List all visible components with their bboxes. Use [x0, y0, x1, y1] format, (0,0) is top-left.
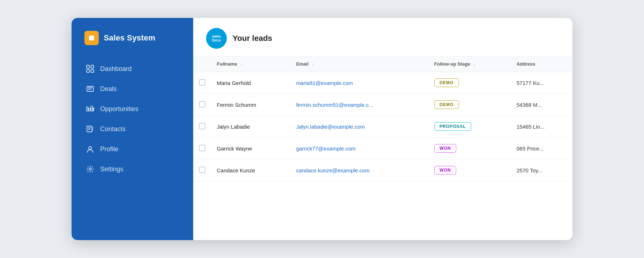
svg-rect-3 — [91, 70, 94, 72]
row-checkbox-cell[interactable] — [193, 94, 211, 116]
leads-table-container[interactable]: Fullname ↕ Email ↕ Follow-up Stage ↕ A — [193, 56, 572, 240]
table-row: Garrick Wayne garrick77@example.com WON … — [193, 138, 572, 159]
cell-address: 57177 Ku... — [511, 72, 572, 94]
cell-fullname: Jalyn Labadie — [211, 116, 291, 138]
row-checkbox-cell[interactable] — [193, 72, 211, 94]
app-title: Sales System — [104, 33, 155, 43]
cell-stage: WON — [429, 159, 511, 181]
stage-badge-3: PROPOSAL — [434, 122, 472, 131]
row-checkbox-4[interactable] — [199, 145, 205, 151]
sort-stage-icon[interactable]: ↕ — [474, 62, 476, 66]
table-row: Jalyn Labadie Jalyn.labadie@example.com … — [193, 116, 572, 138]
cell-address: 54368 M... — [511, 94, 572, 116]
col-email[interactable]: Email ↕ — [291, 56, 429, 72]
svg-rect-2 — [87, 70, 89, 72]
cell-stage: DEMO — [429, 72, 511, 94]
sidebar-item-dashboard[interactable]: Dashboard — [79, 59, 186, 78]
cell-email[interactable]: fermin.schumm51@example.c... — [291, 94, 429, 116]
main-header: salesforce Your leads — [193, 18, 572, 56]
svg-rect-9 — [87, 126, 92, 132]
deals-icon — [86, 85, 94, 93]
cell-email[interactable]: garrick77@example.com — [291, 138, 429, 159]
svg-rect-0 — [87, 65, 89, 68]
svg-rect-4 — [87, 86, 93, 91]
page-title: Your leads — [233, 34, 272, 43]
table-header: Fullname ↕ Email ↕ Follow-up Stage ↕ A — [193, 56, 572, 72]
cell-fullname: Maria Gerhold — [211, 72, 291, 94]
row-checkbox-3[interactable] — [199, 123, 205, 129]
table-row: Candace Kunze candace.kunze@example.com … — [193, 159, 572, 181]
sidebar-label-dashboard: Dashboard — [100, 65, 132, 73]
sidebar-label-settings: Settings — [100, 166, 123, 173]
sidebar-item-settings[interactable]: Settings — [79, 160, 186, 178]
sidebar-header: Sales System — [72, 18, 193, 59]
email-link-4[interactable]: garrick77@example.com — [296, 145, 356, 152]
cell-email[interactable]: Jalyn.labadie@example.com — [291, 116, 429, 138]
stage-badge-1: DEMO — [434, 78, 459, 87]
sf-text: salesforce — [212, 34, 221, 42]
email-link-1[interactable]: maria81@example.com — [296, 80, 353, 86]
row-checkbox-1[interactable] — [199, 79, 205, 86]
sidebar-item-contacts[interactable]: Contacts — [79, 120, 186, 138]
sidebar-item-opportunities[interactable]: Opportunities — [79, 100, 186, 118]
sort-fullname-icon[interactable]: ↕ — [241, 62, 243, 66]
sidebar: Sales System Dashboard — [72, 18, 193, 240]
cell-fullname: Garrick Wayne — [211, 138, 291, 159]
logo-icon — [89, 35, 94, 40]
table-row: Fermin Schumm fermin.schumm51@example.c.… — [193, 94, 572, 116]
email-link-3[interactable]: Jalyn.labadie@example.com — [296, 124, 365, 130]
col-follow-up-stage[interactable]: Follow-up Stage ↕ — [429, 56, 511, 72]
row-checkbox-cell[interactable] — [193, 159, 211, 181]
row-checkbox-2[interactable] — [199, 101, 205, 108]
app-logo — [84, 31, 99, 45]
cell-fullname: Fermin Schumm — [211, 94, 291, 116]
cell-email[interactable]: candace.kunze@example.com — [291, 159, 429, 181]
app-container: Sales System Dashboard — [72, 18, 572, 240]
sidebar-label-profile: Profile — [100, 145, 118, 153]
svg-point-11 — [89, 168, 91, 170]
salesforce-text-badge: salesforce — [206, 28, 227, 49]
stage-badge-5: WON — [434, 166, 457, 175]
cell-stage: WON — [429, 138, 511, 159]
leads-table: Fullname ↕ Email ↕ Follow-up Stage ↕ A — [193, 56, 572, 181]
sidebar-nav: Dashboard Deals — [72, 59, 193, 178]
table-row: Maria Gerhold maria81@example.com DEMO 5… — [193, 72, 572, 94]
opportunities-icon — [86, 105, 94, 113]
sidebar-item-profile[interactable]: Profile — [79, 140, 186, 158]
settings-icon — [86, 165, 94, 173]
svg-rect-5 — [87, 107, 88, 111]
svg-rect-7 — [91, 106, 92, 111]
row-checkbox-5[interactable] — [199, 167, 205, 173]
email-link-5[interactable]: candace.kunze@example.com — [296, 167, 370, 173]
sidebar-item-deals[interactable]: Deals — [79, 80, 186, 98]
table-body: Maria Gerhold maria81@example.com DEMO 5… — [193, 72, 572, 181]
svg-point-10 — [89, 147, 92, 149]
col-address: Address — [511, 56, 572, 72]
cell-stage: DEMO — [429, 94, 511, 116]
row-checkbox-cell[interactable] — [193, 116, 211, 138]
main-content: salesforce Your leads Fullname ↕ Email — [193, 18, 572, 240]
sort-email-icon[interactable]: ↕ — [312, 62, 314, 66]
cell-address: 15465 Lin... — [511, 116, 572, 138]
stage-badge-4: WON — [434, 144, 457, 153]
sidebar-label-opportunities: Opportunities — [100, 105, 138, 113]
contacts-icon — [86, 125, 94, 133]
sidebar-label-deals: Deals — [100, 85, 117, 93]
profile-icon — [86, 145, 94, 153]
cell-address: 065 Price... — [511, 138, 572, 159]
svg-rect-6 — [89, 108, 90, 111]
cell-address: 2570 Toy... — [511, 159, 572, 181]
email-link-2[interactable]: fermin.schumm51@example.c... — [296, 102, 373, 108]
svg-rect-8 — [93, 108, 94, 111]
cell-email[interactable]: maria81@example.com — [291, 72, 429, 94]
col-fullname[interactable]: Fullname ↕ — [211, 56, 291, 72]
cell-fullname: Candace Kunze — [211, 159, 291, 181]
col-select — [193, 56, 211, 72]
cell-stage: PROPOSAL — [429, 116, 511, 138]
row-checkbox-cell[interactable] — [193, 138, 211, 159]
svg-rect-1 — [91, 65, 94, 68]
stage-badge-2: DEMO — [434, 100, 459, 109]
sidebar-label-contacts: Contacts — [100, 125, 126, 133]
dashboard-icon — [86, 64, 94, 73]
